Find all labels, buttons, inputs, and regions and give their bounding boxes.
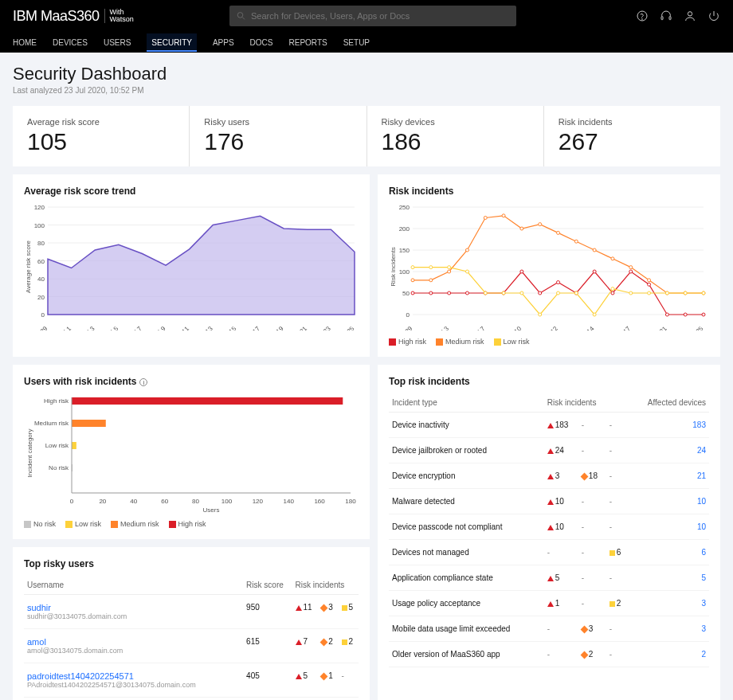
help-icon[interactable]: [636, 10, 649, 22]
svg-text:250: 250: [399, 204, 410, 211]
affected-link[interactable]: 6: [701, 548, 706, 557]
affected-link[interactable]: 24: [697, 446, 706, 455]
svg-point-86: [484, 291, 487, 295]
svg-point-51: [465, 291, 468, 295]
user-link[interactable]: padroidtest1404202254571: [27, 671, 240, 681]
svg-point-50: [448, 291, 451, 295]
affected-link[interactable]: 2: [701, 650, 706, 659]
table-row: Devices not managed--66: [389, 540, 709, 565]
table-row: Malware detected10--10: [389, 489, 709, 514]
svg-point-72: [539, 223, 542, 226]
power-icon[interactable]: [708, 10, 720, 22]
svg-text:80: 80: [37, 240, 45, 247]
svg-text:60: 60: [37, 258, 45, 265]
kpi-risky-devices: Risky devices186: [367, 106, 544, 166]
svg-point-74: [574, 240, 578, 243]
svg-text:Jul 21: Jul 21: [651, 325, 668, 330]
svg-point-95: [648, 291, 651, 295]
affected-link[interactable]: 21: [697, 471, 706, 480]
svg-point-92: [593, 313, 596, 316]
svg-point-63: [684, 313, 687, 316]
nav-docs[interactable]: DOCS: [250, 38, 273, 47]
svg-text:Jul 21: Jul 21: [292, 325, 309, 330]
svg-rect-4: [661, 17, 663, 20]
svg-text:Users: Users: [203, 506, 220, 513]
headset-icon[interactable]: [660, 10, 672, 22]
svg-text:80: 80: [192, 498, 199, 505]
nav-reports[interactable]: REPORTS: [289, 38, 327, 47]
svg-text:Average risk score: Average risk score: [25, 240, 32, 293]
svg-text:Jul 12: Jul 12: [542, 325, 559, 330]
svg-text:No risk: No risk: [49, 464, 69, 471]
svg-point-58: [593, 270, 596, 273]
svg-point-61: [648, 283, 651, 286]
svg-point-83: [429, 266, 433, 269]
svg-text:40: 40: [130, 498, 137, 505]
card-top-incidents: Top risk incidents Incident type Risk in…: [378, 365, 720, 700]
table-row: Device encryption318-21: [389, 463, 709, 489]
nav-apps[interactable]: APPS: [213, 38, 234, 47]
affected-link[interactable]: 3: [701, 624, 706, 633]
svg-point-94: [629, 291, 633, 295]
svg-text:Jul 14: Jul 14: [578, 325, 596, 330]
svg-text:Medium risk: Medium risk: [34, 420, 69, 427]
svg-rect-111: [72, 420, 106, 427]
svg-point-98: [702, 291, 705, 295]
svg-point-69: [484, 217, 487, 220]
nav-users[interactable]: USERS: [104, 38, 131, 47]
svg-text:40: 40: [37, 276, 45, 283]
nav-setup[interactable]: SETUP: [343, 38, 370, 47]
nav-home[interactable]: HOME: [13, 38, 37, 47]
affected-link[interactable]: 10: [697, 522, 706, 531]
svg-point-59: [611, 291, 614, 295]
svg-point-76: [611, 257, 614, 260]
affected-link[interactable]: 10: [697, 497, 706, 506]
svg-text:Jul 25: Jul 25: [339, 325, 356, 330]
svg-text:Jun 29: Jun 29: [30, 325, 49, 330]
svg-point-71: [520, 227, 523, 230]
svg-text:0: 0: [41, 311, 45, 319]
svg-text:Risk incidents: Risk incidents: [390, 247, 397, 286]
brand-name: IBM MaaS360: [13, 8, 100, 25]
page-subtitle: Last analyzed 23 Jul 2020, 10:52 PM: [13, 86, 720, 95]
svg-text:20: 20: [37, 294, 45, 301]
svg-text:100: 100: [221, 498, 233, 505]
svg-point-84: [448, 266, 451, 269]
nav-devices[interactable]: DEVICES: [53, 38, 88, 47]
nav-security[interactable]: SECURITY: [147, 33, 197, 52]
svg-text:Jul 17: Jul 17: [615, 325, 633, 330]
affected-link[interactable]: 183: [692, 420, 706, 429]
card-top-incidents-title: Top risk incidents: [389, 376, 709, 387]
kpi-risky-users: Risky users176: [190, 106, 366, 166]
svg-point-85: [465, 270, 468, 273]
search-box[interactable]: [229, 6, 516, 26]
svg-line-1: [242, 18, 245, 20]
kpi-risk-incidents: Risk incidents267: [544, 106, 720, 166]
table-row: Mobile data usage limit exceeded-3-3: [389, 616, 709, 642]
svg-point-65: [411, 279, 414, 282]
svg-text:Jul 10: Jul 10: [506, 325, 523, 330]
svg-text:Incident category: Incident category: [26, 429, 33, 478]
svg-point-64: [702, 313, 705, 316]
table-row: Device inactivity183--183: [389, 413, 709, 438]
card-users-chart: Users with risk incidentsi High riskMedi…: [13, 365, 370, 539]
affected-link[interactable]: 5: [701, 573, 706, 582]
svg-point-62: [665, 313, 668, 316]
legend-users: No risk Low risk Medium risk High risk: [24, 520, 359, 528]
user-link[interactable]: amol: [27, 637, 240, 647]
svg-point-6: [688, 12, 692, 16]
svg-point-60: [629, 270, 633, 273]
affected-link[interactable]: 3: [701, 599, 706, 608]
user-icon[interactable]: [684, 10, 696, 22]
svg-text:100: 100: [399, 268, 410, 276]
svg-text:150: 150: [399, 247, 410, 254]
search-input[interactable]: [251, 11, 510, 21]
chart-users: High riskMedium riskLow riskNo risk02040…: [24, 393, 359, 513]
svg-text:High risk: High risk: [44, 397, 69, 405]
svg-text:Jul 9: Jul 9: [152, 325, 167, 330]
info-icon[interactable]: i: [139, 378, 147, 386]
svg-point-77: [629, 266, 633, 269]
top-icons: [636, 10, 720, 22]
card-top-users-title: Top risky users: [24, 558, 359, 569]
user-link[interactable]: sudhir: [27, 603, 240, 612]
